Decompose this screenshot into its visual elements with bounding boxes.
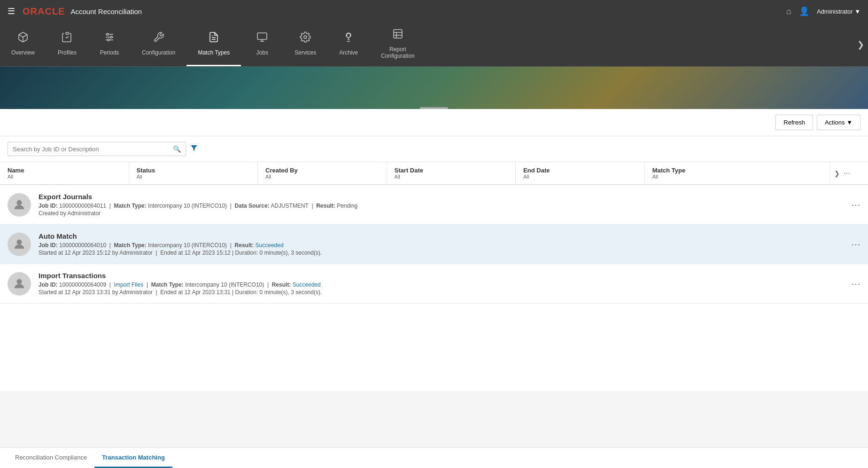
job-row-actions-menu[interactable] — [851, 199, 860, 211]
nav-item-periods[interactable]: Periods — [88, 23, 131, 66]
top-nav: ☰ ORACLE Account Reconciliation ⌂ 👤 Admi… — [0, 0, 868, 23]
col-filter-status: All — [137, 174, 250, 179]
job-id: 100000000064009 — [59, 281, 106, 288]
home-icon[interactable]: ⌂ — [786, 7, 791, 16]
job-meta-1: Job ID: 100000000064010 | Match Type: In… — [39, 242, 844, 249]
table-header: Name All Status All Created By All Start… — [0, 162, 868, 185]
filter-icon[interactable] — [190, 144, 198, 154]
col-expand-icon[interactable]: ❯ — [834, 170, 840, 177]
col-label-name: Name — [8, 167, 121, 174]
job-duration: 0 minute(s), 3 second(s). — [260, 250, 322, 256]
oracle-logo: ORACLE — [23, 6, 65, 17]
main-content: Refresh Actions ▼ 🔍 Name All Status All … — [0, 109, 868, 391]
lightbulb-icon — [343, 31, 354, 46]
col-label-match-type: Match Type — [652, 167, 822, 174]
nav-item-jobs[interactable]: Jobs — [241, 23, 283, 66]
job-content: Import Transactions Job ID: 100000000064… — [39, 272, 844, 296]
report-icon — [392, 28, 403, 42]
nav-label-profiles: Profiles — [58, 49, 77, 56]
job-list: Export Journals Job ID: 100000000064011 … — [0, 185, 868, 304]
document-icon — [208, 31, 219, 46]
svg-rect-15 — [394, 30, 402, 38]
toolbar: Refresh Actions ▼ — [0, 109, 868, 136]
nav-label-report-config: ReportConfiguration — [381, 46, 414, 59]
table-row: Import Transactions Job ID: 100000000064… — [0, 264, 868, 304]
hamburger-menu[interactable]: ☰ — [8, 6, 15, 16]
wrench-icon — [153, 31, 164, 46]
job-started: 12 Apr 2023 13:31 — [64, 289, 110, 296]
job-row-actions-menu[interactable] — [851, 278, 860, 289]
nav-item-configuration[interactable]: Configuration — [131, 23, 186, 66]
search-bar: 🔍 — [0, 136, 868, 162]
col-header-created-by: Created By All — [258, 162, 387, 184]
job-row-actions-menu[interactable] — [851, 239, 860, 250]
nav-item-archive[interactable]: Archive — [327, 23, 370, 66]
job-started: 12 Apr 2023 15:12 — [64, 250, 110, 256]
job-match-type: Intercompany 10 (INTERCO10) — [148, 203, 227, 209]
actions-button[interactable]: Actions ▼ — [817, 115, 860, 130]
job-meta-2: Created by Administrator — [39, 210, 844, 217]
job-started-by: Administrator — [119, 250, 153, 256]
avatar — [8, 272, 31, 296]
col-label-end-date: End Date — [523, 167, 637, 174]
col-label-status: Status — [137, 167, 250, 174]
svg-rect-1 — [66, 32, 69, 34]
avatar — [8, 193, 31, 217]
avatar — [8, 233, 31, 256]
job-data-source: ADJUSTMENT — [271, 203, 308, 209]
job-id: 100000000064010 — [59, 242, 106, 249]
job-result-link[interactable]: Succeeded — [293, 281, 321, 288]
svg-point-13 — [304, 36, 307, 39]
svg-point-20 — [17, 240, 21, 244]
svg-point-19 — [17, 200, 21, 204]
job-id: 100000000064011 — [59, 203, 106, 209]
svg-point-6 — [110, 36, 112, 38]
import-files-link[interactable]: Import Files — [114, 281, 144, 288]
job-result-link[interactable]: Succeeded — [256, 242, 284, 249]
jobs-icon — [256, 31, 268, 46]
job-title: Import Transactions — [39, 272, 844, 280]
nav-item-profiles[interactable]: Profiles — [46, 23, 88, 66]
hero-banner — [0, 67, 868, 109]
nav-chevron-right[interactable]: ❯ — [853, 23, 868, 66]
col-header-end-date: End Date All — [516, 162, 645, 184]
refresh-button[interactable]: Refresh — [775, 115, 813, 130]
search-input[interactable] — [13, 146, 173, 153]
job-ended: 12 Apr 2023 15:12 — [185, 250, 231, 256]
col-header-start-date: Start Date All — [387, 162, 516, 184]
col-filter-created-by: All — [265, 174, 379, 179]
job-content: Export Journals Job ID: 100000000064011 … — [39, 193, 844, 217]
job-match-type: Intercompany 10 (INTERCO10) — [148, 242, 227, 249]
nav-label-overview: Overview — [11, 49, 35, 56]
svg-point-21 — [17, 279, 21, 283]
nav-label-match-types: Match Types — [198, 49, 230, 56]
job-title: Export Journals — [39, 193, 844, 201]
job-content: Auto Match Job ID: 100000000064010 | Mat… — [39, 232, 844, 256]
col-settings-icon[interactable]: ⋯ — [844, 170, 850, 177]
nav-item-services[interactable]: Services — [283, 23, 327, 66]
col-header-name: Name All — [0, 162, 129, 184]
job-meta-1: Job ID: 100000000064011 | Match Type: In… — [39, 203, 844, 209]
nav-label-periods: Periods — [100, 49, 119, 56]
search-icon[interactable]: 🔍 — [173, 145, 181, 153]
nav-item-report-config[interactable]: ReportConfiguration — [370, 23, 426, 66]
top-nav-right: ⌂ 👤 Administrator ▼ — [786, 6, 860, 16]
cube-icon — [17, 31, 29, 46]
job-started-by: Administrator — [119, 289, 153, 296]
table-row: Export Journals Job ID: 100000000064011 … — [0, 185, 868, 225]
col-label-created-by: Created By — [265, 167, 379, 174]
sliders-icon — [104, 31, 115, 46]
nav-item-overview[interactable]: Overview — [0, 23, 46, 66]
col-filter-match-type: All — [652, 174, 822, 179]
user-icon[interactable]: 👤 — [799, 6, 809, 16]
svg-point-7 — [108, 39, 109, 41]
col-header-status: Status All — [129, 162, 258, 184]
nav-label-configuration: Configuration — [142, 49, 175, 56]
nav-item-match-types[interactable]: Match Types — [186, 23, 241, 66]
job-ended: 12 Apr 2023 13:31 — [185, 289, 231, 296]
col-filter-start-date: All — [395, 174, 508, 179]
search-input-wrapper: 🔍 — [8, 142, 186, 156]
nav-label-archive: Archive — [339, 49, 358, 56]
job-title: Auto Match — [39, 232, 844, 240]
admin-menu[interactable]: Administrator ▼ — [817, 8, 860, 15]
